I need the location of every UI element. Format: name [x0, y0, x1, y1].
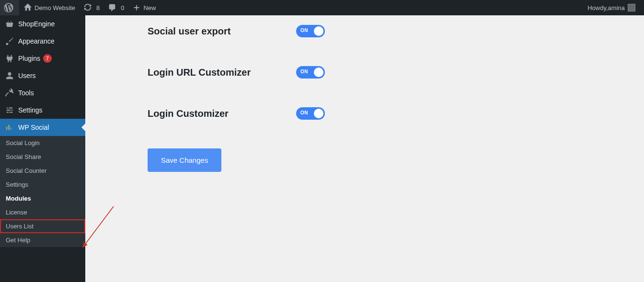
plug-icon: [5, 54, 14, 63]
sidebar-item-settings[interactable]: Settings: [0, 102, 85, 119]
sidebar-item-wp-social[interactable]: WP Social: [0, 119, 85, 136]
admin-bar: Demo Website 8 0 New Howdy, amina: [0, 0, 644, 15]
toggle-state-text: ON: [300, 110, 308, 115]
sidebar-item-label: Users: [18, 72, 36, 79]
site-name-text: Demo Website: [34, 4, 75, 11]
sidebar-item-shopengine[interactable]: ShopEngine: [0, 15, 85, 33]
sidebar-item-plugins[interactable]: Plugins 7: [0, 50, 85, 67]
sidebar-item-label: WP Social: [18, 124, 49, 131]
new-label: New: [143, 4, 156, 11]
toggle-knob: [314, 109, 323, 118]
user-icon: [5, 71, 14, 80]
comments-count: 0: [121, 4, 124, 11]
comments-link[interactable]: 0: [104, 0, 128, 15]
refresh-icon: [83, 3, 92, 12]
avatar: [628, 4, 635, 11]
wp-logo-menu[interactable]: [0, 0, 19, 15]
setting-label: Login Customizer: [148, 108, 296, 119]
sliders-icon: [5, 105, 14, 115]
wpsocial-icon: [5, 123, 14, 132]
submenu-modules[interactable]: Modules: [0, 192, 85, 205]
setting-label: Social user export: [148, 26, 296, 37]
content-area: Social user export ON Login URL Customiz…: [85, 15, 644, 282]
new-content-link[interactable]: New: [128, 0, 160, 15]
svg-rect-1: [8, 125, 10, 130]
sidebar-item-label: Tools: [18, 89, 34, 97]
wrench-icon: [5, 88, 14, 98]
updates-count: 8: [96, 4, 100, 11]
plus-icon: [132, 3, 141, 12]
svg-rect-2: [11, 127, 12, 130]
plugins-update-badge: 7: [43, 54, 52, 63]
submenu-social-counter[interactable]: Social Counter: [0, 164, 85, 178]
admin-sidebar: ShopEngine Appearance Plugins 7 Users To…: [0, 15, 85, 282]
site-name-link[interactable]: Demo Website: [19, 0, 79, 15]
save-changes-button[interactable]: Save Changes: [148, 148, 221, 172]
toggle-knob: [314, 26, 323, 36]
sidebar-item-users[interactable]: Users: [0, 67, 85, 84]
submenu-users-list[interactable]: Users List: [0, 219, 85, 233]
submenu-get-help[interactable]: Get Help: [0, 233, 85, 247]
admin-bar-left: Demo Website 8 0 New: [0, 0, 160, 15]
setting-row-login-url-customizer: Login URL Customizer ON: [148, 66, 644, 79]
home-icon: [23, 3, 33, 12]
toggle-state-text: ON: [300, 69, 308, 74]
brush-icon: [5, 36, 14, 46]
sidebar-item-label: Settings: [18, 106, 43, 114]
submenu-social-share[interactable]: Social Share: [0, 150, 85, 164]
setting-row-login-customizer: Login Customizer ON: [148, 107, 644, 120]
wp-social-submenu: Social Login Social Share Social Counter…: [0, 136, 85, 247]
admin-bar-right: Howdy, amina: [584, 0, 644, 15]
submenu-settings[interactable]: Settings: [0, 178, 85, 192]
sidebar-item-appearance[interactable]: Appearance: [0, 33, 85, 50]
toggle-login-customizer[interactable]: ON: [296, 107, 325, 120]
howdy-user: amina: [608, 4, 625, 11]
toggle-knob: [314, 68, 323, 77]
sidebar-item-label: ShopEngine: [18, 20, 55, 28]
sidebar-item-tools[interactable]: Tools: [0, 84, 85, 102]
sidebar-item-label: Plugins: [18, 55, 40, 62]
updates-link[interactable]: 8: [79, 0, 104, 15]
save-button-wrap: Save Changes: [148, 148, 644, 172]
submenu-license[interactable]: License: [0, 205, 85, 219]
howdy-prefix: Howdy,: [587, 4, 608, 11]
basket-icon: [5, 19, 14, 29]
wordpress-icon: [4, 3, 13, 12]
svg-rect-0: [6, 126, 8, 130]
account-link[interactable]: Howdy, amina: [584, 0, 639, 15]
toggle-login-url-customizer[interactable]: ON: [296, 66, 325, 79]
comment-icon: [107, 3, 117, 12]
toggle-social-user-export[interactable]: ON: [296, 25, 325, 37]
setting-row-social-user-export: Social user export ON: [148, 25, 644, 37]
submenu-social-login[interactable]: Social Login: [0, 136, 85, 150]
sidebar-item-label: Appearance: [18, 37, 55, 45]
setting-label: Login URL Customizer: [148, 67, 296, 78]
toggle-state-text: ON: [300, 28, 308, 33]
